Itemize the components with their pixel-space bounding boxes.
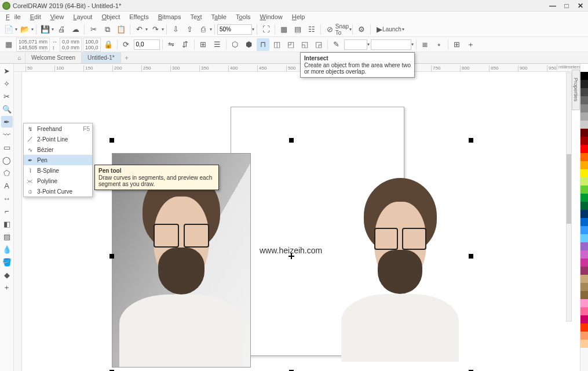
weld-button[interactable]: ⬡ [229,38,242,51]
redo-dropdown-icon[interactable]: ▾ [162,27,164,32]
color-swatch[interactable] [580,137,588,145]
flyout-item-2point[interactable]: ／2-Point Line [24,134,92,144]
color-swatch[interactable] [580,259,588,267]
fullscreen-button[interactable]: ⛶ [260,23,272,36]
copy-button[interactable]: ⧉ [101,23,114,36]
selection-handle[interactable] [469,138,473,143]
properties-docker-tab[interactable]: Properties [572,70,580,110]
flyout-item-bezier[interactable]: ∿Bézier [24,144,92,155]
snap-off-button[interactable]: ⊘ [323,23,336,36]
mirror-v-button[interactable]: ⇵ [179,38,192,51]
align-button[interactable]: ⊞ [197,38,210,51]
zoom-tool[interactable]: 🔍 [1,103,13,115]
boundary-button[interactable]: ◲ [312,38,325,51]
color-swatch[interactable] [580,72,588,80]
color-swatch[interactable] [580,332,588,340]
tab-home[interactable]: ⌂ [14,52,25,63]
export-button[interactable]: ⇧ [183,23,196,36]
color-swatch[interactable] [580,64,588,72]
import-button[interactable]: ⇩ [169,23,182,36]
size-fields[interactable]: 0,0 mm 0,0 mm [60,38,82,52]
open-button[interactable]: 📂 [19,23,31,36]
color-swatch[interactable] [580,275,588,283]
open-dropdown-icon[interactable]: ▾ [31,27,34,32]
vertical-ruler[interactable] [14,72,22,371]
selection-handle[interactable] [289,138,294,143]
polygon-tool[interactable]: ⬠ [1,167,13,179]
menu-edit[interactable]: Edit [28,13,43,21]
color-swatch[interactable] [580,186,588,194]
menu-file[interactable]: File [3,13,23,21]
trim-button[interactable]: ⬢ [243,38,255,51]
selection-handle[interactable] [109,254,114,259]
scale-fields[interactable]: 100,0 100,0 [83,38,101,52]
tab-add-button[interactable]: ＋ [121,52,133,63]
parallel-dim-tool[interactable]: ↔ [1,192,13,204]
color-swatch[interactable] [580,194,588,202]
maximize-button[interactable]: □ [563,2,571,10]
outline-style-field[interactable] [371,39,411,50]
position-fields[interactable]: 105,071 mm 148,505 mm [16,38,50,52]
smart-fill-tool[interactable]: ◆ [1,269,13,281]
color-swatch[interactable] [580,307,588,315]
rulers-button[interactable]: ▦ [277,23,290,36]
color-swatch[interactable] [580,153,588,161]
fill-tool[interactable]: 🪣 [1,256,13,268]
transparency-tool[interactable]: ▨ [1,231,13,242]
color-swatch[interactable] [580,315,588,323]
color-swatch[interactable] [580,202,588,210]
wrap-text-button[interactable]: ≣ [419,38,432,51]
redo-button[interactable]: ↷ [149,23,162,36]
flyout-item-3point[interactable]: ⦶3-Point Curve [24,186,92,197]
flyout-item-freehand[interactable]: ↯FreehandF5 [24,123,92,134]
publish-button[interactable]: ⎙ [197,23,210,36]
launch-button[interactable]: Launch ▾ [387,23,400,36]
color-swatch[interactable] [580,283,588,291]
selection-center-icon[interactable] [288,253,294,259]
cloud-button[interactable]: ☁ [69,23,82,36]
connector-tool[interactable]: ⌐ [1,205,13,217]
save-button[interactable]: 💾 [39,23,52,36]
color-swatch[interactable] [580,267,588,275]
color-swatch[interactable] [580,145,588,153]
paste-button[interactable]: 📋 [115,23,127,36]
text-tool[interactable]: A [1,180,13,191]
undo-button[interactable]: ↶ [133,23,145,36]
new-button[interactable]: 📄 [2,23,15,36]
color-swatch[interactable] [580,161,588,169]
color-swatch[interactable] [580,291,588,299]
drop-shadow-tool[interactable]: ◧ [1,218,13,230]
color-swatch[interactable] [580,129,588,137]
color-swatch[interactable] [580,80,588,88]
flyout-item-pen[interactable]: ✒Pen [24,155,92,165]
zoom-dropdown-icon[interactable]: ▾ [252,27,254,32]
pick-tool[interactable]: ➤ [1,65,13,77]
menu-text[interactable]: Text [188,13,204,21]
color-swatch[interactable] [580,299,588,307]
menu-view[interactable]: View [48,13,67,21]
guides-button[interactable]: ☷ [305,23,318,36]
color-swatch[interactable] [580,234,588,242]
color-swatch[interactable] [580,250,588,259]
vertical-scrollbar[interactable] [566,72,572,322]
outline-style-dropdown-icon[interactable]: ▾ [411,42,414,47]
options-button[interactable]: ⚙ [355,23,368,36]
flyout-item-bspline[interactable]: ⌇B-Spline [24,165,92,176]
color-swatch[interactable] [580,96,588,104]
zoom-field[interactable] [217,24,252,35]
tab-welcome[interactable]: Welcome Screen [25,52,82,63]
grid-button[interactable]: ▤ [291,23,304,36]
menu-window[interactable]: Window [258,13,285,21]
color-swatch[interactable] [580,210,588,218]
menu-tools[interactable]: Tools [233,13,253,21]
color-swatch[interactable] [580,340,588,348]
quick-customize-button[interactable]: ⊞ [451,38,463,51]
order-button[interactable]: ☰ [211,38,224,51]
rotation-field[interactable] [134,39,160,50]
cut-button[interactable]: ✂ [87,23,100,36]
menu-layout[interactable]: Layout [71,13,94,21]
eyedropper-tool[interactable]: 💧 [1,243,13,255]
color-swatch[interactable] [580,88,588,96]
minimize-button[interactable]: — [549,2,557,10]
color-swatch[interactable] [580,226,588,234]
